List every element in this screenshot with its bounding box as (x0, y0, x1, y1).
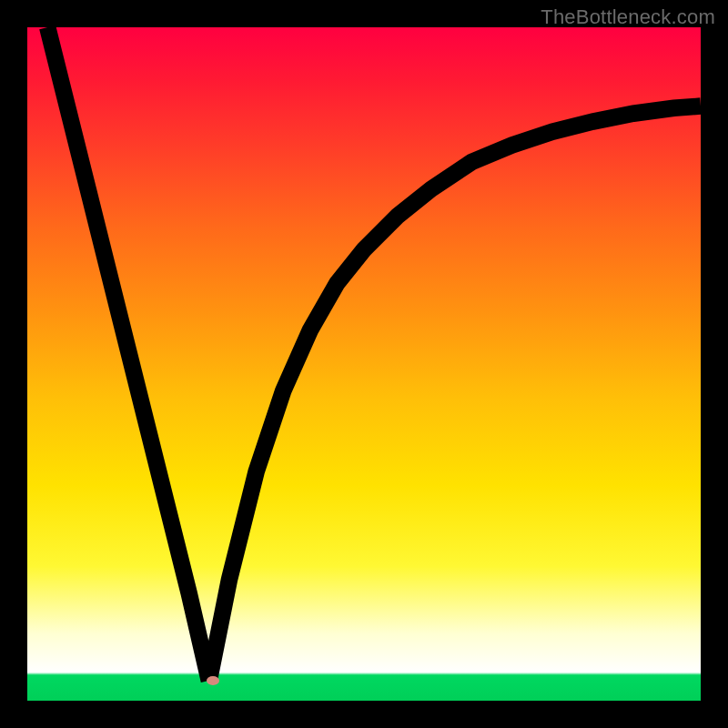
watermark-text: TheBottleneck.com (541, 5, 715, 29)
right-branch-line (209, 106, 701, 681)
plot-area (27, 27, 701, 701)
bottleneck-curve (27, 27, 701, 701)
left-branch-line (47, 27, 209, 681)
chart-frame: TheBottleneck.com (0, 0, 728, 728)
optimal-point-marker (207, 676, 219, 685)
